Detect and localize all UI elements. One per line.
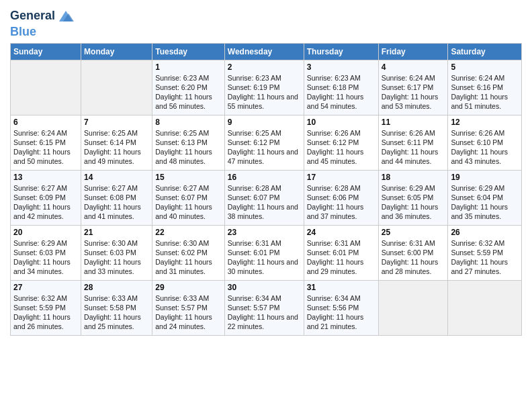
calendar-cell (81, 60, 152, 115)
calendar-cell: 17Sunrise: 6:28 AMSunset: 6:06 PMDayligh… (304, 170, 378, 225)
day-info: Sunrise: 6:24 AMSunset: 6:15 PMDaylight:… (13, 128, 78, 167)
day-info: Sunrise: 6:34 AMSunset: 5:57 PMDaylight:… (228, 293, 301, 332)
day-number: 11 (382, 118, 445, 127)
day-info: Sunrise: 6:27 AMSunset: 6:08 PMDaylight:… (84, 183, 149, 222)
calendar-cell: 18Sunrise: 6:29 AMSunset: 6:05 PMDayligh… (378, 170, 448, 225)
calendar-cell: 11Sunrise: 6:26 AMSunset: 6:11 PMDayligh… (378, 115, 448, 170)
calendar-cell: 5Sunrise: 6:24 AMSunset: 6:16 PMDaylight… (448, 60, 522, 115)
day-number: 5 (451, 62, 519, 72)
calendar-week-row: 20Sunrise: 6:29 AMSunset: 6:03 PMDayligh… (11, 225, 522, 280)
day-info: Sunrise: 6:33 AMSunset: 5:57 PMDaylight:… (155, 293, 222, 332)
calendar-cell: 21Sunrise: 6:30 AMSunset: 6:03 PMDayligh… (81, 225, 152, 280)
day-number: 14 (84, 173, 149, 182)
calendar-cell (448, 280, 522, 335)
calendar-cell: 14Sunrise: 6:27 AMSunset: 6:08 PMDayligh… (81, 170, 152, 225)
day-info: Sunrise: 6:31 AMSunset: 6:01 PMDaylight:… (307, 238, 375, 277)
day-info: Sunrise: 6:25 AMSunset: 6:13 PMDaylight:… (155, 128, 222, 167)
calendar-cell: 25Sunrise: 6:31 AMSunset: 6:00 PMDayligh… (378, 225, 448, 280)
calendar-body: 1Sunrise: 6:23 AMSunset: 6:20 PMDaylight… (11, 60, 522, 335)
day-info: Sunrise: 6:26 AMSunset: 6:12 PMDaylight:… (307, 128, 375, 167)
calendar-cell: 12Sunrise: 6:26 AMSunset: 6:10 PMDayligh… (448, 115, 522, 170)
day-info: Sunrise: 6:30 AMSunset: 6:02 PMDaylight:… (155, 238, 222, 277)
calendar-table: SundayMondayTuesdayWednesdayThursdayFrid… (10, 43, 522, 336)
day-of-week-header: Tuesday (152, 43, 225, 60)
day-number: 7 (84, 118, 149, 127)
calendar-cell: 6Sunrise: 6:24 AMSunset: 6:15 PMDaylight… (11, 115, 81, 170)
day-of-week-header: Friday (378, 43, 448, 60)
day-info: Sunrise: 6:23 AMSunset: 6:19 PMDaylight:… (228, 73, 301, 111)
logo-icon (56, 7, 75, 26)
day-of-week-header: Saturday (448, 43, 522, 60)
calendar-cell: 10Sunrise: 6:26 AMSunset: 6:12 PMDayligh… (304, 115, 378, 170)
calendar-cell: 16Sunrise: 6:28 AMSunset: 6:07 PMDayligh… (224, 170, 304, 225)
day-info: Sunrise: 6:31 AMSunset: 6:01 PMDaylight:… (228, 238, 301, 277)
day-info: Sunrise: 6:25 AMSunset: 6:12 PMDaylight:… (228, 128, 301, 167)
day-number: 2 (228, 62, 301, 72)
calendar-cell: 7Sunrise: 6:25 AMSunset: 6:14 PMDaylight… (81, 115, 152, 170)
day-number: 18 (382, 173, 445, 182)
day-number: 9 (228, 118, 301, 127)
day-info: Sunrise: 6:27 AMSunset: 6:07 PMDaylight:… (155, 183, 222, 222)
day-number: 4 (382, 62, 445, 72)
logo: General Blue (10, 7, 75, 39)
day-number: 12 (451, 118, 519, 127)
day-number: 17 (307, 173, 375, 182)
calendar-cell: 19Sunrise: 6:29 AMSunset: 6:04 PMDayligh… (448, 170, 522, 225)
calendar-header-row: SundayMondayTuesdayWednesdayThursdayFrid… (11, 43, 522, 60)
day-info: Sunrise: 6:23 AMSunset: 6:18 PMDaylight:… (307, 73, 375, 111)
logo-text-general: General (10, 9, 55, 23)
day-number: 25 (382, 228, 445, 237)
day-number: 16 (228, 173, 301, 182)
day-info: Sunrise: 6:28 AMSunset: 6:06 PMDaylight:… (307, 183, 375, 222)
calendar-cell: 27Sunrise: 6:32 AMSunset: 5:59 PMDayligh… (11, 280, 81, 335)
day-of-week-header: Sunday (11, 43, 81, 60)
day-info: Sunrise: 6:29 AMSunset: 6:05 PMDaylight:… (382, 183, 445, 222)
calendar-week-row: 27Sunrise: 6:32 AMSunset: 5:59 PMDayligh… (11, 280, 522, 335)
calendar-cell: 9Sunrise: 6:25 AMSunset: 6:12 PMDaylight… (224, 115, 304, 170)
day-info: Sunrise: 6:29 AMSunset: 6:04 PMDaylight:… (451, 183, 519, 222)
calendar-cell (11, 60, 81, 115)
calendar-week-row: 6Sunrise: 6:24 AMSunset: 6:15 PMDaylight… (11, 115, 522, 170)
day-number: 8 (155, 118, 222, 127)
day-number: 26 (451, 228, 519, 237)
day-info: Sunrise: 6:24 AMSunset: 6:16 PMDaylight:… (451, 73, 519, 111)
day-info: Sunrise: 6:29 AMSunset: 6:03 PMDaylight:… (13, 238, 78, 277)
calendar-cell (378, 280, 448, 335)
calendar-cell: 28Sunrise: 6:33 AMSunset: 5:58 PMDayligh… (81, 280, 152, 335)
day-number: 19 (451, 173, 519, 182)
day-number: 20 (13, 228, 78, 237)
day-number: 24 (307, 228, 375, 237)
day-number: 21 (84, 228, 149, 237)
day-info: Sunrise: 6:30 AMSunset: 6:03 PMDaylight:… (84, 238, 149, 277)
calendar-cell: 22Sunrise: 6:30 AMSunset: 6:02 PMDayligh… (152, 225, 225, 280)
calendar-cell: 13Sunrise: 6:27 AMSunset: 6:09 PMDayligh… (11, 170, 81, 225)
day-number: 13 (13, 173, 78, 182)
page-header: General Blue (10, 7, 522, 39)
day-info: Sunrise: 6:32 AMSunset: 5:59 PMDaylight:… (13, 293, 78, 332)
calendar-cell: 8Sunrise: 6:25 AMSunset: 6:13 PMDaylight… (152, 115, 225, 170)
day-number: 28 (84, 283, 149, 292)
calendar-cell: 29Sunrise: 6:33 AMSunset: 5:57 PMDayligh… (152, 280, 225, 335)
calendar-cell: 20Sunrise: 6:29 AMSunset: 6:03 PMDayligh… (11, 225, 81, 280)
day-info: Sunrise: 6:34 AMSunset: 5:56 PMDaylight:… (307, 293, 375, 332)
day-info: Sunrise: 6:26 AMSunset: 6:10 PMDaylight:… (451, 128, 519, 167)
calendar-cell: 1Sunrise: 6:23 AMSunset: 6:20 PMDaylight… (152, 60, 225, 115)
day-number: 27 (13, 283, 78, 292)
day-info: Sunrise: 6:28 AMSunset: 6:07 PMDaylight:… (228, 183, 301, 222)
day-info: Sunrise: 6:26 AMSunset: 6:11 PMDaylight:… (382, 128, 445, 167)
day-info: Sunrise: 6:33 AMSunset: 5:58 PMDaylight:… (84, 293, 149, 332)
calendar-cell: 3Sunrise: 6:23 AMSunset: 6:18 PMDaylight… (304, 60, 378, 115)
day-info: Sunrise: 6:23 AMSunset: 6:20 PMDaylight:… (155, 73, 222, 111)
calendar-cell: 23Sunrise: 6:31 AMSunset: 6:01 PMDayligh… (224, 225, 304, 280)
day-of-week-header: Monday (81, 43, 152, 60)
day-info: Sunrise: 6:31 AMSunset: 6:00 PMDaylight:… (382, 238, 445, 277)
day-number: 22 (155, 228, 222, 237)
day-of-week-header: Wednesday (224, 43, 304, 60)
logo-text-blue: Blue (10, 25, 36, 38)
day-number: 30 (228, 283, 301, 292)
day-info: Sunrise: 6:25 AMSunset: 6:14 PMDaylight:… (84, 128, 149, 167)
day-number: 29 (155, 283, 222, 292)
day-info: Sunrise: 6:27 AMSunset: 6:09 PMDaylight:… (13, 183, 78, 222)
day-number: 31 (307, 283, 375, 292)
day-number: 23 (228, 228, 301, 237)
